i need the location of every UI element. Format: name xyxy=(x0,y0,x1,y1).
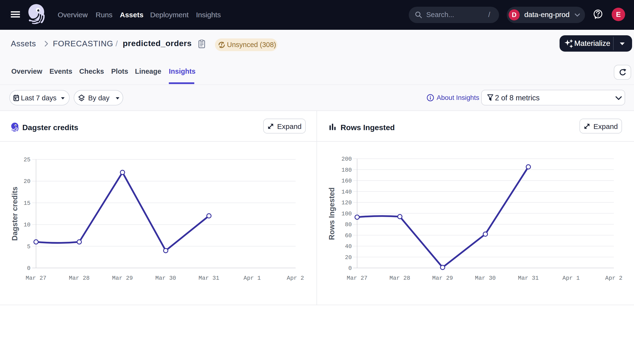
svg-text:Rows Ingested: Rows Ingested xyxy=(328,188,336,240)
svg-text:5: 5 xyxy=(27,244,30,250)
svg-text:Mar 29: Mar 29 xyxy=(112,275,133,282)
svg-text:140: 140 xyxy=(342,189,352,195)
svg-text:10: 10 xyxy=(24,222,30,228)
svg-text:Apr 1: Apr 1 xyxy=(562,275,580,282)
svg-text:Mar 28: Mar 28 xyxy=(69,275,90,282)
svg-text:Mar 31: Mar 31 xyxy=(518,275,539,282)
svg-text:60: 60 xyxy=(345,232,352,239)
svg-text:25: 25 xyxy=(24,156,30,163)
svg-text:Mar 30: Mar 30 xyxy=(475,275,496,282)
svg-text:0: 0 xyxy=(27,265,30,272)
svg-text:Mar 27: Mar 27 xyxy=(26,275,46,282)
svg-text:Mar 31: Mar 31 xyxy=(198,275,219,282)
svg-text:Mar 30: Mar 30 xyxy=(156,275,176,282)
svg-text:Mar 29: Mar 29 xyxy=(432,275,453,282)
svg-text:180: 180 xyxy=(342,167,352,173)
svg-text:Mar 28: Mar 28 xyxy=(390,275,410,282)
svg-text:40: 40 xyxy=(345,243,352,250)
svg-text:Apr 1: Apr 1 xyxy=(244,275,261,282)
svg-text:20: 20 xyxy=(345,254,352,261)
svg-text:0: 0 xyxy=(348,265,352,272)
svg-text:80: 80 xyxy=(345,222,352,228)
svg-text:15: 15 xyxy=(24,200,30,206)
svg-text:100: 100 xyxy=(342,210,352,217)
svg-text:200: 200 xyxy=(342,156,352,162)
svg-text:Apr 2: Apr 2 xyxy=(287,275,304,282)
svg-text:Dagster credits: Dagster credits xyxy=(10,186,19,241)
svg-text:120: 120 xyxy=(342,200,352,206)
svg-text:Mar 27: Mar 27 xyxy=(347,275,368,282)
svg-text:160: 160 xyxy=(342,178,352,184)
svg-text:Apr 2: Apr 2 xyxy=(605,275,622,282)
svg-text:20: 20 xyxy=(24,178,30,185)
